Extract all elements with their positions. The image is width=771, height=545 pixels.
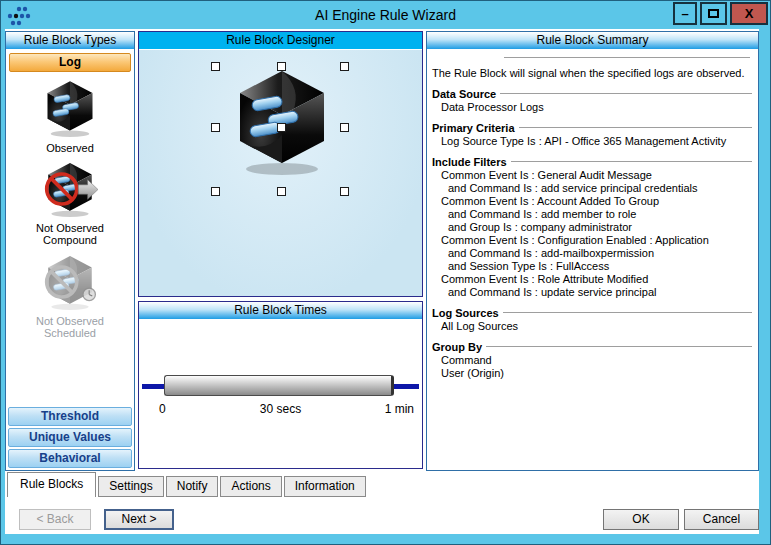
selection-handle[interactable] — [340, 187, 349, 196]
rule-block-types-header: Rule Block Types — [6, 32, 134, 50]
summary-line: Common Event Is : Configuration Enabled … — [432, 234, 752, 247]
rule-block-summary-panel: Rule Block Summary The Rule Block will s… — [426, 31, 759, 471]
type-item-label: Not Observed Scheduled — [25, 315, 115, 339]
selection-handle[interactable] — [211, 123, 220, 132]
section-label: Data Source — [432, 88, 496, 101]
summary-top-divider — [504, 57, 750, 60]
selected-rule-block-cube[interactable] — [222, 64, 342, 178]
tab-rule-blocks[interactable]: Rule Blocks — [7, 472, 96, 497]
rule-block-times-header: Rule Block Times — [139, 302, 422, 320]
window-controls: – X — [673, 2, 768, 25]
selection-handle[interactable] — [211, 187, 220, 196]
section-divider — [486, 346, 752, 349]
minimize-icon: – — [681, 6, 688, 21]
type-behavioral-button[interactable]: Behavioral — [8, 449, 132, 468]
next-button[interactable]: Next > — [104, 509, 174, 530]
maximize-button[interactable] — [700, 2, 727, 25]
wizard-tabstrip: Rule Blocks Settings Notify Actions Info… — [7, 471, 759, 497]
selection-handle[interactable] — [277, 123, 286, 132]
summary-section-group-by: Group By Command User (Origin) — [432, 341, 752, 380]
summary-line: and Group Is : company administrator — [432, 221, 752, 234]
tab-settings[interactable]: Settings — [98, 476, 163, 497]
rule-block-times-panel: Rule Block Times 0 30 secs 1 min — [138, 301, 423, 469]
tab-notify[interactable]: Notify — [166, 476, 219, 497]
type-item-label: Observed — [6, 142, 134, 154]
tick-label-1min: 1 min — [385, 402, 414, 416]
summary-section-data-source: Data Source Data Processor Logs — [432, 88, 752, 114]
ok-button[interactable]: OK — [603, 509, 679, 530]
type-item-not-observed-scheduled: Not Observed Scheduled — [6, 253, 134, 339]
summary-line: User (Origin) — [432, 367, 752, 380]
section-divider — [500, 93, 752, 96]
summary-line: Data Processor Logs — [432, 101, 752, 114]
summary-line: and Command Is : add-mailboxpermission — [432, 247, 752, 260]
close-icon: X — [745, 6, 754, 21]
section-label: Include Filters — [432, 156, 507, 169]
cancel-button[interactable]: Cancel — [684, 509, 759, 530]
summary-line: Common Event Is : Account Added To Group — [432, 195, 752, 208]
section-label: Group By — [432, 341, 482, 354]
summary-body: The Rule Block will signal when the spec… — [427, 50, 758, 380]
type-item-label: Not Observed Compound — [25, 222, 115, 246]
section-divider — [519, 127, 752, 130]
type-unique-values-button[interactable]: Unique Values — [8, 428, 132, 447]
summary-section-log-sources: Log Sources All Log Sources — [432, 307, 752, 333]
tab-actions[interactable]: Actions — [220, 476, 281, 497]
rule-block-types-panel: Rule Block Types Log Observed Not Observ… — [5, 31, 135, 471]
time-range-bar[interactable] — [164, 375, 394, 396]
type-log-button[interactable]: Log — [9, 53, 131, 72]
summary-section-include-filters: Include Filters Common Event Is : Genera… — [432, 156, 752, 299]
back-button: < Back — [19, 509, 91, 530]
clock-icon — [83, 288, 95, 300]
minimize-button[interactable]: – — [673, 2, 697, 25]
summary-description: The Rule Block will signal when the spec… — [432, 67, 752, 80]
not-observed-scheduled-icon — [32, 253, 108, 311]
observed-cube-icon — [37, 78, 103, 138]
type-item-not-observed-compound[interactable]: Not Observed Compound — [6, 160, 134, 246]
selection-handle[interactable] — [340, 123, 349, 132]
summary-line: Log Source Type Is : API - Office 365 Ma… — [432, 135, 752, 148]
summary-line: and Command Is : add service principal c… — [432, 182, 752, 195]
summary-line: and Command Is : update service principa… — [432, 286, 752, 299]
summary-section-primary-criteria: Primary Criteria Log Source Type Is : AP… — [432, 122, 752, 148]
section-label: Primary Criteria — [432, 122, 515, 135]
tab-information[interactable]: Information — [284, 476, 366, 497]
ai-engine-rule-wizard-window: AI Engine Rule Wizard – X Rule Block Typ… — [0, 0, 771, 545]
selection-handle[interactable] — [340, 62, 349, 71]
rule-block-designer-panel: Rule Block Designer — [138, 31, 423, 297]
selection-handle[interactable] — [211, 62, 220, 71]
selection-handle[interactable] — [277, 62, 286, 71]
type-threshold-button[interactable]: Threshold — [8, 407, 132, 426]
selection-handle[interactable] — [277, 187, 286, 196]
section-divider — [511, 161, 752, 164]
tick-label-30secs: 30 secs — [139, 402, 422, 416]
section-divider — [503, 312, 752, 315]
summary-line: and Command Is : add member to role — [432, 208, 752, 221]
summary-line: All Log Sources — [432, 320, 752, 333]
section-label: Log Sources — [432, 307, 499, 320]
not-observed-compound-icon — [32, 160, 108, 218]
type-accordion: Threshold Unique Values Behavioral — [8, 405, 132, 468]
client-area: Rule Block Types Log Observed Not Observ… — [5, 29, 759, 534]
summary-line: Command — [432, 354, 752, 367]
titlebar[interactable]: AI Engine Rule Wizard – X — [1, 1, 770, 29]
close-button[interactable]: X — [730, 2, 768, 25]
window-title: AI Engine Rule Wizard — [1, 7, 770, 23]
rule-block-designer-header: Rule Block Designer — [139, 32, 422, 50]
summary-line: and Session Type Is : FullAccess — [432, 260, 752, 273]
type-item-observed[interactable]: Observed — [6, 74, 134, 154]
summary-line: Common Event Is : General Audit Message — [432, 169, 752, 182]
summary-line: Common Event Is : Role Attribute Modifie… — [432, 273, 752, 286]
rule-block-summary-header: Rule Block Summary — [427, 32, 758, 50]
maximize-icon — [708, 9, 719, 18]
